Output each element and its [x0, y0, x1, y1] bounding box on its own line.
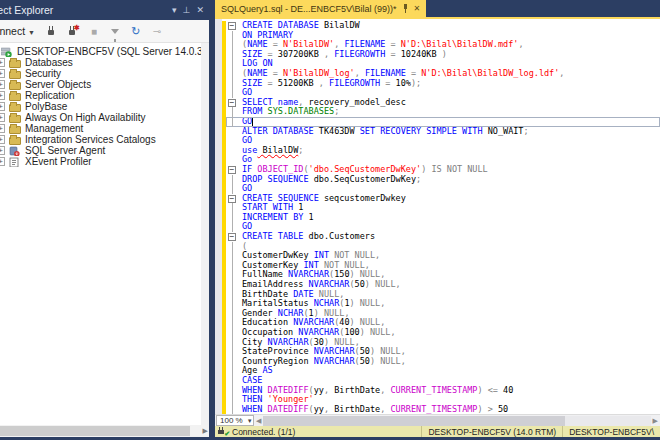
tab-sqlquery1[interactable]: SQLQuery1.sql - DE...ENBCF5V\Bilal (99))… [215, 0, 426, 17]
object-explorer-panel: Object Explorer ▾ ⊥ ✕ Connect ▼ ✱ ■ ↻ ⊸ [0, 0, 209, 437]
object-explorer-toolbar: Connect ▼ ✱ ■ ↻ ⊸ [0, 20, 209, 43]
expand-icon[interactable]: + [0, 146, 5, 155]
expand-icon[interactable]: + [0, 113, 5, 122]
tree-item-xevent-profiler[interactable]: +XEvent Profiler [0, 156, 201, 167]
tree-item-label: Integration Services Catalogs [25, 134, 156, 145]
object-explorer-title: Object Explorer [0, 4, 53, 16]
editor-bottom-bar: 100 %▼ ◀ ▶ [215, 414, 660, 426]
expand-icon[interactable]: + [0, 91, 5, 100]
server-icon [1, 47, 13, 57]
document-tab-strip: SQLQuery1.sql - DE...ENBCF5V\Bilal (99))… [215, 0, 660, 19]
tree-item-label: Server Objects [25, 79, 91, 90]
expand-icon[interactable]: + [0, 157, 5, 166]
tree-item-label: XEvent Profiler [25, 156, 92, 167]
tree-item-sql-server-agent[interactable]: +SQL Server Agent [0, 145, 201, 156]
folder-icon [9, 71, 21, 79]
folder-icon [9, 115, 21, 123]
expand-icon[interactable]: + [0, 135, 5, 144]
tree-item-integration-services-catalogs[interactable]: +Integration Services Catalogs [0, 134, 201, 145]
code-line: SIZE = 307200KB , FILEGROWTH = 10240KB ) [226, 50, 660, 60]
folder-icon [9, 82, 21, 90]
tree-item-label: PolyBase [25, 101, 67, 112]
xevent-profiler-icon [9, 157, 21, 167]
tree-item-management[interactable]: +Management [0, 123, 201, 134]
scroll-right-arrow-icon[interactable]: ▶ [651, 417, 660, 425]
code-line: Age AS [226, 366, 660, 376]
connect-button[interactable]: Connect ▼ [0, 23, 39, 39]
stop-button: ■ [87, 24, 101, 38]
tree-item-label: Replication [25, 90, 74, 101]
object-explorer-horizontal-scrollbar[interactable]: ▶ [0, 425, 209, 437]
code-line: FROM SYS.DATABASES; [226, 107, 660, 117]
code-line: −CREATE TABLE dbo.Customers [226, 232, 660, 242]
indicator-margin [215, 19, 222, 414]
tree-item-label: SQL Server Agent [25, 145, 105, 156]
close-tab-icon[interactable]: ✕ [414, 4, 421, 13]
code-line: ALTER DATABASE TK463DW SET RECOVERY SIMP… [226, 127, 660, 137]
fold-collapse-icon[interactable]: − [228, 22, 236, 30]
scroll-right-arrow-icon[interactable]: ▶ [203, 427, 208, 435]
connected-icon: ✔ [218, 427, 228, 436]
connection-status: Connected. (1/1) [232, 427, 295, 437]
tree-item-always-on-high-availability[interactable]: +Always On High Availability [0, 112, 201, 123]
object-explorer-titlebar[interactable]: Object Explorer ▾ ⊥ ✕ [0, 0, 209, 20]
fold-collapse-icon[interactable]: − [228, 166, 236, 174]
tree-item-label: Security [25, 68, 61, 79]
expand-icon[interactable]: + [0, 80, 5, 89]
scrollbar-thumb[interactable] [0, 426, 190, 436]
chevron-down-icon: ▼ [247, 418, 253, 424]
fold-collapse-icon[interactable]: − [228, 195, 236, 203]
editor-pane: SQLQuery1.sql - DE...ENBCF5V\Bilal (99))… [215, 0, 660, 437]
tree-item-server[interactable]: DESKTOP-ENBCF5V (SQL Server 14.0.3223.3 … [0, 46, 201, 57]
sql-code[interactable]: −CREATE DATABASE BilalDWON PRIMARY(NAME … [226, 21, 660, 414]
editor-horizontal-scrollbar[interactable] [263, 416, 650, 426]
tree-item-security[interactable]: +Security [0, 68, 201, 79]
code-editor[interactable]: −CREATE DATABASE BilalDWON PRIMARY(NAME … [215, 19, 660, 414]
tree-item-label: Databases [25, 57, 73, 68]
scroll-left-arrow-icon[interactable]: ◀ [254, 417, 263, 425]
connect-object-explorer-button[interactable] [45, 24, 59, 38]
scrollbar-thumb[interactable] [263, 416, 565, 426]
server-node-label: DESKTOP-ENBCF5V (SQL Server 14.0.3223.3 … [17, 46, 201, 57]
expand-icon[interactable]: + [0, 124, 5, 133]
status-bar: ✔ Connected. (1/1) DESKTOP-ENBCF5V (14.0… [215, 426, 660, 437]
window-position-icon[interactable]: ▾ [172, 5, 177, 15]
object-explorer-tree: DESKTOP-ENBCF5V (SQL Server 14.0.3223.3 … [0, 43, 209, 425]
folder-icon [9, 60, 21, 68]
tab-title: SQLQuery1.sql - DE...ENBCF5V\Bilal (99))… [221, 4, 397, 14]
pin-icon[interactable] [402, 4, 409, 13]
folder-icon [9, 93, 21, 101]
tree-item-server-objects[interactable]: +Server Objects [0, 79, 201, 90]
status-login-name: DESKTOP-ENBCF5V\ [562, 426, 660, 437]
expand-icon[interactable]: + [0, 69, 5, 78]
close-icon[interactable]: ✕ [196, 5, 204, 15]
code-line: use BilalDW; [226, 146, 660, 156]
code-line: SIZE = 51200KB , FILEGROWTH = 10%); [226, 79, 660, 89]
tree-item-databases[interactable]: +Databases [0, 57, 201, 68]
tree-item-label: Always On High Availability [25, 112, 145, 123]
activity-monitor-icon[interactable]: ⊸ [150, 24, 164, 38]
ssms-window: Object Explorer ▾ ⊥ ✕ Connect ▼ ✱ ■ ↻ ⊸ [0, 0, 660, 440]
expand-icon[interactable]: + [0, 102, 5, 111]
object-explorer-vertical-scrollbar[interactable] [201, 43, 209, 425]
refresh-button[interactable]: ↻ [129, 24, 143, 38]
sql-server-agent-icon [9, 146, 21, 156]
fold-collapse-icon[interactable]: − [228, 233, 236, 241]
expand-icon[interactable]: + [0, 58, 5, 67]
tree-item-label: Management [25, 123, 83, 134]
folder-icon [9, 104, 21, 112]
code-line: CountryRegion NVARCHAR(50) NULL, [226, 357, 660, 367]
code-line: INCREMENT BY 1 [226, 213, 660, 223]
chevron-down-icon: ▼ [28, 29, 35, 36]
code-line: DROP SEQUENCE dbo.SeqCustomerDwKey; [226, 175, 660, 185]
folder-icon [9, 137, 21, 145]
filter-icon[interactable] [108, 24, 122, 38]
pin-icon[interactable]: ⊥ [183, 5, 191, 15]
folder-icon [9, 126, 21, 134]
disconnect-button[interactable]: ✱ [66, 24, 80, 38]
tree-item-polybase[interactable]: +PolyBase [0, 101, 201, 112]
tree-item-replication[interactable]: +Replication [0, 90, 201, 101]
status-server-name: DESKTOP-ENBCF5V (14.0 RTM) [421, 426, 562, 437]
fold-collapse-icon[interactable]: − [228, 99, 236, 107]
zoom-level-dropdown[interactable]: 100 %▼ [216, 415, 254, 426]
